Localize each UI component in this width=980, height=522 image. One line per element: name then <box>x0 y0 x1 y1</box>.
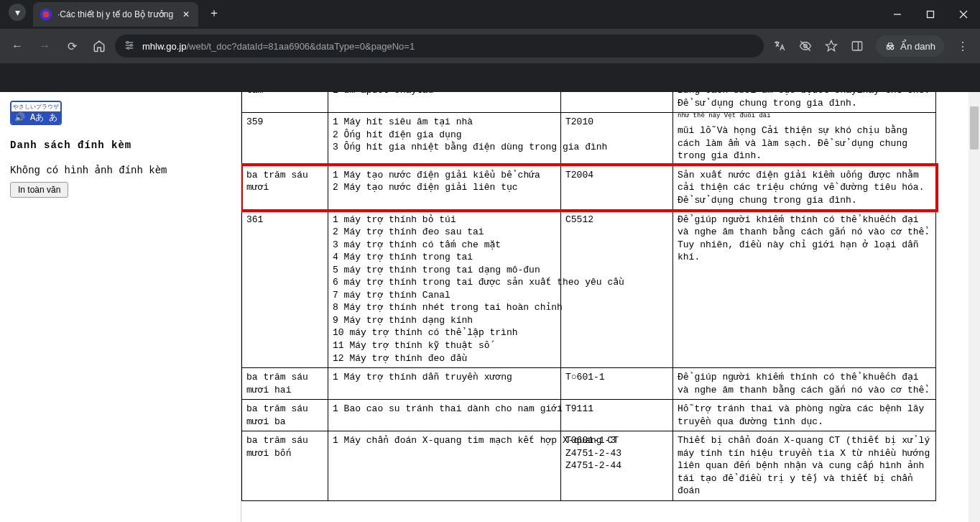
incognito-icon <box>884 40 896 52</box>
cell-description: Để giúp người khiếm thính có thể khuếch … <box>673 210 936 368</box>
cell-id: ba trăm sáu mươi ba <box>242 400 328 431</box>
table-row: ba trăm sáu mươi1 Máy tạo nước điện giải… <box>242 165 936 210</box>
incognito-label: Ẩn danh <box>900 41 935 52</box>
cell-id: 361 <box>242 210 328 368</box>
maximize-button[interactable] <box>914 0 947 29</box>
browser-tab[interactable]: ·Các thiết bị y tế do Bộ trưởng ✕ <box>33 2 198 27</box>
cell-id: ba trăm sáu mươi <box>242 165 328 210</box>
svg-point-15 <box>887 47 890 50</box>
toolbar: ← → ⟳ mhlw.go.jp/web/t_doc?dataId=81aa69… <box>0 29 980 63</box>
svg-point-7 <box>126 41 129 43</box>
classification-table: tám1 ấm ápdốt cháytàuBằng cách sưởi ấm c… <box>241 92 936 501</box>
cell-description: Sản xuất nước điện giải kiềm uống được n… <box>673 165 936 210</box>
top-spacer <box>0 63 980 92</box>
speaker-icon: 🔊 <box>14 112 25 123</box>
cell-devices: 1 Máy hít siêu âm tại nhà2 Ống hít điện … <box>328 113 561 166</box>
page-scrollbar[interactable] <box>969 92 980 522</box>
svg-point-9 <box>127 47 129 49</box>
url-text: mhlw.go.jp/web/t_doc?dataId=81aa6906&dat… <box>142 41 415 52</box>
cell-code: T2010 <box>561 113 673 166</box>
table-row: ba trăm sáu mươi ba1 Bao cao su tránh th… <box>242 400 936 431</box>
incognito-chip[interactable]: Ẩn danh <box>876 35 944 57</box>
cell-description: Bằng cách sưởi ấm cục bộdốt cháylhay thế… <box>673 92 936 113</box>
cell-code <box>561 92 673 113</box>
cell-description: như thế này Vẹt đuôi dàimũi lỗ Và họng C… <box>673 113 936 166</box>
table-row: tám1 ấm ápdốt cháytàuBằng cách sưởi ấm c… <box>242 92 936 113</box>
new-tab-button[interactable]: ＋ <box>204 3 224 23</box>
logo-caption: やさしいブラウザ <box>11 102 60 111</box>
svg-rect-13 <box>852 42 862 50</box>
address-bar[interactable]: mhlw.go.jp/web/t_doc?dataId=81aa6906&dat… <box>115 35 764 58</box>
table-row: ba trăm sáu mươi hai1 Máy trợ thính dẫn … <box>242 368 936 400</box>
cell-devices: 1 Bao cao su tránh thai dành cho nam giớ… <box>328 400 561 431</box>
tracking-off-button[interactable] <box>794 35 817 58</box>
cell-devices: 1 Máy chẩn đoán X-quang tim mạch kết hợp… <box>328 431 561 501</box>
no-attachments-text: Không có hình ảnh đính kèm <box>10 164 227 176</box>
reload-button[interactable]: ⟳ <box>60 35 83 58</box>
cell-description: Để giúp người khiếm thính có thể khuếch … <box>673 368 936 400</box>
cell-code: C5512 <box>561 210 673 368</box>
accessibility-logo[interactable]: やさしいブラウザ 🔊 Aあ あ <box>10 101 62 125</box>
sidebar: やさしいブラウザ 🔊 Aあ あ Danh sách đính kèm Không… <box>0 92 237 522</box>
window-controls <box>881 0 980 29</box>
close-window-button[interactable] <box>947 0 980 29</box>
cell-code: T2004 <box>561 165 673 210</box>
cell-devices: 1 máy trợ thính bỏ túi2 Máy trợ thính đe… <box>328 210 561 368</box>
tab-strip: ▾ ·Các thiết bị y tế do Bộ trưởng ✕ ＋ <box>0 0 224 29</box>
content-frame: tám1 ấm ápdốt cháytàuBằng cách sưởi ấm c… <box>237 92 980 522</box>
cell-devices: 1 Máy trợ thính dẫn truyền xương <box>328 368 561 400</box>
svg-rect-1 <box>928 12 934 18</box>
tab-title: ·Các thiết bị y tế do Bộ trưởng <box>57 9 175 19</box>
back-button[interactable]: ← <box>6 35 29 58</box>
cell-description: Hỗ trợ tránh thai và phòng ngừa các bệnh… <box>673 400 936 431</box>
cell-devices: 1 ấm ápdốt cháytàu <box>328 92 561 113</box>
home-button[interactable] <box>88 35 111 58</box>
page-scrollbar-thumb[interactable] <box>970 106 979 150</box>
cell-id: 359 <box>242 113 328 166</box>
attachments-heading: Danh sách đính kèm <box>10 139 227 151</box>
translate-button[interactable] <box>768 35 791 58</box>
cell-id: ba trăm sáu mươi hai <box>242 368 328 400</box>
tab-close-button[interactable]: ✕ <box>181 9 191 19</box>
page-viewport: やさしいブラウザ 🔊 Aあ あ Danh sách đính kèm Không… <box>0 92 980 522</box>
bookmark-button[interactable] <box>820 35 843 58</box>
cell-id: ba trăm sáu mươi bốn <box>242 431 328 501</box>
tab-search-button[interactable]: ▾ <box>9 4 26 21</box>
font-size-icon: Aあ <box>30 111 44 124</box>
logo-icon-row: 🔊 Aあ あ <box>11 111 60 124</box>
table-row: ba trăm sáu mươi bốn1 Máy chẩn đoán X-qu… <box>242 431 936 501</box>
table-row: 3591 Máy hít siêu âm tại nhà2 Ống hít đi… <box>242 113 936 166</box>
titlebar: ▾ ·Các thiết bị y tế do Bộ trưởng ✕ ＋ <box>0 0 980 29</box>
menu-button[interactable]: ⋮ <box>951 35 974 58</box>
cell-code: T9111 <box>561 400 673 431</box>
cell-id: tám <box>242 92 328 113</box>
site-settings-icon[interactable] <box>124 40 135 53</box>
table-row: 3611 máy trợ thính bỏ túi2 Máy trợ thính… <box>242 210 936 368</box>
svg-marker-12 <box>826 41 837 51</box>
svg-point-16 <box>891 47 894 50</box>
kana-icon: あ <box>49 111 57 124</box>
side-panel-button[interactable] <box>846 35 869 58</box>
favicon-icon <box>40 9 52 20</box>
print-fulltext-button[interactable]: In toàn văn <box>10 182 68 198</box>
cell-description: Thiết bị chẩn đoán X-quang CT (thiết bị … <box>673 431 936 501</box>
minimize-button[interactable] <box>881 0 914 29</box>
document-scroll-area[interactable]: tám1 ấm ápdốt cháytàuBằng cách sưởi ấm c… <box>241 92 980 522</box>
forward-button[interactable]: → <box>33 35 56 58</box>
cell-devices: 1 Máy tạo nước điện giải kiểu bể chứa2 M… <box>328 165 561 210</box>
cell-code: T○601-1 <box>561 368 673 400</box>
svg-point-8 <box>130 44 132 46</box>
